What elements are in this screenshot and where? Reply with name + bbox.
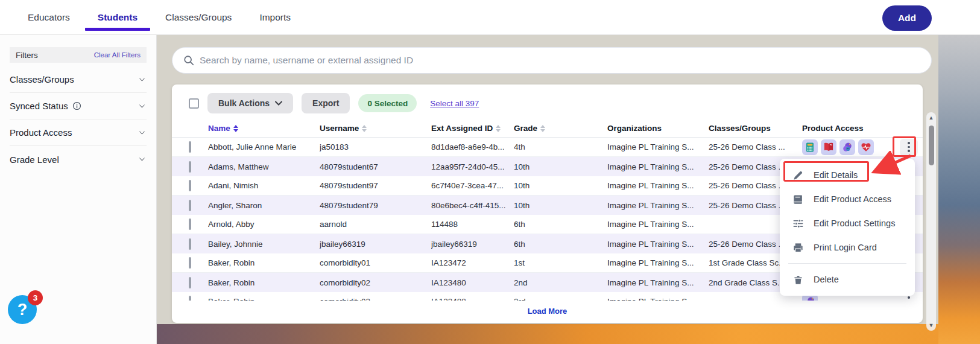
menu-item-delete[interactable]: Delete xyxy=(780,267,915,291)
bulk-actions-button[interactable]: Bulk Actions xyxy=(207,93,293,113)
search-input[interactable] xyxy=(200,55,931,66)
organizations: Imagine PL Training S... xyxy=(607,162,709,171)
menu-item-label: Delete xyxy=(814,275,839,284)
row-checkbox[interactable] xyxy=(189,161,191,173)
menu-item-label: Print Login Card xyxy=(814,243,877,252)
username: 48079student67 xyxy=(320,162,431,171)
clear-all-filters-link[interactable]: Clear All Filters xyxy=(94,51,141,59)
help-badge: 3 xyxy=(28,290,43,305)
scroll-down-arrow-icon[interactable]: ▼ xyxy=(928,322,934,328)
filter-section-label: Product Access xyxy=(10,127,72,138)
organizations: Imagine PL Training S... xyxy=(607,142,709,151)
organizations: Imagine PL Training S... xyxy=(607,278,709,287)
info-icon[interactable] xyxy=(72,101,81,110)
chevron-down-icon xyxy=(275,101,282,106)
ext-assigned-id: jbailey66319 xyxy=(431,240,514,249)
sort-icon xyxy=(362,125,367,132)
select-all-checkbox[interactable] xyxy=(189,98,199,109)
grade: 10th xyxy=(514,201,607,210)
row-checkbox[interactable] xyxy=(189,141,191,153)
ext-assigned-id: IA123488 xyxy=(431,297,514,301)
trash-icon xyxy=(792,274,804,285)
filters-title: Filters xyxy=(16,51,38,60)
bookmenu-icon xyxy=(792,194,804,205)
menu-item-print-login-card[interactable]: Print Login Card xyxy=(780,235,915,260)
student-name: Abbott, Julie Anne Marie xyxy=(208,142,320,151)
username: 48079student97 xyxy=(320,181,431,190)
row-checkbox[interactable] xyxy=(189,218,191,230)
column-header-grade[interactable]: Grade xyxy=(514,124,607,133)
ext-assigned-id: 12aa95f7-24d0-45... xyxy=(431,162,514,171)
menu-item-edit-product-access[interactable]: Edit Product Access xyxy=(780,187,915,211)
menu-item-edit-product-settings[interactable]: Edit Product Settings xyxy=(780,211,915,235)
ext-assigned-id: 80e6bec4-c4ff-415... xyxy=(431,201,514,210)
table-header-row: NameUsernameExt Assigned IDGradeOrganiza… xyxy=(172,119,923,138)
organizations: Imagine PL Training S... xyxy=(607,201,709,210)
username: ja50183 xyxy=(320,142,431,151)
chevron-down-icon xyxy=(138,130,147,136)
sort-icon xyxy=(496,125,501,132)
filter-section-label: Synced Status xyxy=(10,101,81,111)
username: comorbidity03 xyxy=(320,297,431,301)
filter-section-synced-status[interactable]: Synced Status xyxy=(10,93,147,119)
ext-assigned-id: 114488 xyxy=(431,220,514,229)
chevron-down-icon xyxy=(138,156,147,162)
chevron-down-icon xyxy=(138,103,147,109)
row-checkbox[interactable] xyxy=(189,257,191,269)
username: aarnold xyxy=(320,220,431,229)
filter-section-label: Grade Level xyxy=(10,154,59,165)
column-label: Product Access xyxy=(802,124,864,133)
filter-section-grade-level[interactable]: Grade Level xyxy=(10,146,147,173)
menu-item-edit-details[interactable]: Edit Details xyxy=(780,163,915,187)
grade: 3rd xyxy=(514,297,607,301)
student-name: Baker, Robin xyxy=(208,278,320,287)
tab-educators[interactable]: Educators xyxy=(27,0,71,35)
menu-item-label: Edit Product Settings xyxy=(814,218,895,228)
organizations: Imagine PL Training S... xyxy=(607,181,709,190)
menu-item-label: Edit Product Access xyxy=(814,194,891,204)
row-checkbox[interactable] xyxy=(189,296,191,301)
menu-divider xyxy=(788,263,906,264)
row-checkbox[interactable] xyxy=(189,238,191,250)
student-name: Adani, Nimish xyxy=(208,181,320,190)
sort-icon xyxy=(233,125,238,132)
tab-imports[interactable]: Imports xyxy=(258,0,292,35)
tab-classes-groups[interactable]: Classes/Groups xyxy=(164,0,233,35)
table-row: Abbott, Julie Anne Marieja501838d1daef8-… xyxy=(172,138,923,157)
chevron-down-icon xyxy=(138,77,147,83)
select-all-link[interactable]: Select all 397 xyxy=(430,99,479,108)
scrollbar-thumb[interactable] xyxy=(929,126,934,165)
vertical-scrollbar[interactable]: ▲ ▼ xyxy=(926,112,936,331)
column-header-username[interactable]: Username xyxy=(320,124,431,133)
filter-section-classes-groups[interactable]: Classes/Groups xyxy=(10,66,147,93)
add-button[interactable]: Add xyxy=(882,5,932,31)
column-label: Username xyxy=(320,124,359,133)
search-bar xyxy=(172,47,932,74)
printer-icon xyxy=(792,242,804,253)
row-kebab-menu-button[interactable] xyxy=(900,139,918,156)
sliders-icon xyxy=(792,218,804,229)
organizations: Imagine PL Training S... xyxy=(607,220,709,229)
search-icon xyxy=(183,55,194,66)
desktop-wallpaper-bottom xyxy=(157,324,938,344)
tab-students[interactable]: Students xyxy=(96,0,139,35)
load-more-link[interactable]: Load More xyxy=(172,307,923,316)
row-checkbox[interactable] xyxy=(189,180,191,191)
table-toolbar: Bulk Actions Export 0 Selected Select al… xyxy=(189,93,923,113)
scroll-up-arrow-icon[interactable]: ▲ xyxy=(928,115,934,121)
column-header-classes-groups: Classes/Groups xyxy=(709,124,802,133)
student-name: Angler, Sharon xyxy=(208,201,320,210)
column-header-ext-assigned-id[interactable]: Ext Assigned ID xyxy=(431,124,514,133)
row-checkbox[interactable] xyxy=(189,200,191,211)
column-header-name[interactable]: Name xyxy=(208,124,320,133)
ext-assigned-id: 8d1daef8-a6e9-4b... xyxy=(431,142,514,151)
filter-section-product-access[interactable]: Product Access xyxy=(10,119,147,146)
top-navigation-bar: EducatorsStudentsClasses/GroupsImports A… xyxy=(0,0,980,35)
row-checkbox[interactable] xyxy=(189,277,191,288)
selected-count-badge: 0 Selected xyxy=(358,94,417,112)
classes-groups: 25-26 Demo Class ... xyxy=(709,142,802,151)
column-label: Organizations xyxy=(607,124,662,133)
book-product-icon xyxy=(821,139,836,155)
column-label: Grade xyxy=(514,124,537,133)
export-button[interactable]: Export xyxy=(302,93,350,113)
